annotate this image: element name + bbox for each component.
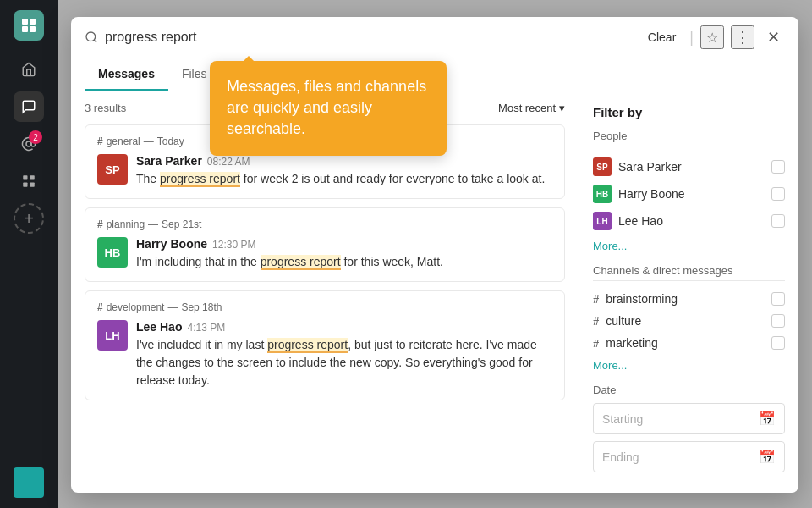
msg-author-1: Sara Parker — [136, 154, 202, 168]
search-input[interactable] — [105, 30, 634, 45]
channel-date-3: Sep 18th — [181, 301, 222, 313]
filter-channel-2[interactable]: # culture — [593, 310, 785, 332]
msg-content-2: Harry Boone 12:30 PM I'm including that … — [136, 237, 443, 271]
msg-author-line-1: Sara Parker 08:22 AM — [136, 154, 545, 168]
sidebar-add-button[interactable]: + — [14, 203, 44, 234]
card-message-3: LH Lee Hao 4:13 PM I've included it in m… — [97, 320, 552, 389]
filter-avatar-2: HB — [593, 185, 612, 203]
sidebar-item-home[interactable] — [14, 54, 44, 85]
msg-highlight-3: progress report — [267, 338, 348, 353]
filter-person-2-name: Harry Boone — [618, 187, 685, 201]
channel-date-separator-2: — — [148, 218, 158, 230]
filter-channel-1[interactable]: # brainstorming — [593, 288, 785, 310]
svg-rect-6 — [30, 175, 35, 179]
hash-icon-2: # — [97, 218, 103, 230]
svg-rect-5 — [23, 175, 27, 179]
msg-author-line-2: Harry Boone 12:30 PM — [136, 237, 443, 251]
msg-author-line-3: Lee Hao 4:13 PM — [136, 320, 552, 334]
channel-date-1: Today — [157, 135, 184, 147]
filter-checkbox-person-1[interactable] — [771, 160, 785, 174]
channels-more-link[interactable]: More... — [593, 359, 785, 372]
date-starting-input[interactable]: Starting 📅 — [593, 403, 785, 434]
notification-badge: 2 — [29, 130, 42, 144]
channel-name-1: general — [107, 135, 140, 147]
filter-title: Filter by — [593, 105, 785, 119]
clear-button[interactable]: Clear — [641, 27, 683, 47]
avatar-1: SP — [97, 154, 128, 185]
filter-person-3-left: LH Lee Hao — [593, 212, 663, 230]
svg-rect-3 — [30, 26, 36, 32]
filter-channels-label: Channels & direct messages — [593, 264, 785, 281]
channel-date-separator-3: — — [167, 301, 178, 313]
filter-checkbox-person-3[interactable] — [771, 214, 785, 228]
filter-channel-2-name: culture — [606, 314, 641, 328]
svg-rect-1 — [30, 19, 36, 25]
msg-time-1: 08:22 AM — [207, 156, 250, 168]
card-channel-line-3: # development — Sep 18th — [97, 301, 552, 313]
sidebar-item-messages[interactable] — [14, 91, 44, 122]
divider: | — [689, 29, 694, 47]
svg-rect-8 — [30, 183, 35, 187]
msg-highlight-1: progress report — [160, 172, 240, 187]
filter-people-label: People — [593, 130, 785, 146]
filter-person-1[interactable]: SP Sara Parker — [593, 153, 785, 180]
results-count: 3 results — [85, 102, 126, 114]
tooltip-text: Messages, files and channels are quickly… — [227, 78, 426, 137]
filter-hash-icon-3: # — [593, 337, 599, 350]
filter-channel-3[interactable]: # marketing — [593, 332, 785, 354]
filter-person-3[interactable]: LH Lee Hao — [593, 207, 785, 235]
filter-person-2[interactable]: HB Harry Boone — [593, 180, 785, 207]
msg-author-3: Lee Hao — [136, 320, 182, 334]
filter-checkbox-channel-2[interactable] — [771, 314, 785, 328]
svg-rect-0 — [22, 19, 28, 25]
sort-label: Most recent — [498, 102, 556, 114]
msg-time-3: 4:13 PM — [187, 322, 225, 334]
tooltip-bubble: Messages, files and channels are quickly… — [210, 61, 447, 156]
filter-channel-2-left: # culture — [593, 314, 641, 328]
msg-text-2: I'm including that in the progress repor… — [136, 253, 443, 271]
more-options-button[interactable]: ⋮ — [731, 25, 754, 49]
filter-checkbox-channel-3[interactable] — [771, 336, 785, 350]
avatar-3: LH — [97, 320, 128, 351]
channel-name-3: development — [107, 301, 165, 313]
card-message-2: HB Harry Boone 12:30 PM I'm including th… — [97, 237, 552, 271]
msg-after-2: for this week, Matt. — [341, 255, 443, 268]
sidebar: 2 + — [0, 0, 58, 508]
sidebar-teal-channel[interactable] — [14, 467, 44, 498]
date-ending-placeholder: Ending — [602, 450, 639, 464]
people-more-link[interactable]: More... — [593, 240, 785, 252]
result-card-3[interactable]: # development — Sep 18th LH Lee Hao 4:13… — [85, 290, 565, 400]
filter-channel-3-left: # marketing — [593, 336, 658, 350]
sidebar-item-mentions[interactable]: 2 — [14, 129, 44, 159]
channel-date-separator-1: — — [144, 135, 154, 147]
filter-person-3-name: Lee Hao — [618, 214, 663, 228]
filter-channel-1-left: # brainstorming — [593, 292, 678, 306]
filter-channel-1-name: brainstorming — [606, 292, 678, 306]
sidebar-item-grid[interactable] — [14, 166, 44, 196]
main-content: Messages, files and channels are quickly… — [58, 0, 812, 508]
calendar-end-icon: 📅 — [759, 449, 776, 465]
date-starting-placeholder: Starting — [602, 412, 643, 426]
filter-person-1-name: Sara Parker — [618, 160, 682, 174]
result-card-2[interactable]: # planning — Sep 21st HB Harry Boone 12:… — [85, 207, 565, 282]
filter-checkbox-channel-1[interactable] — [771, 292, 785, 306]
msg-author-2: Harry Boone — [136, 237, 207, 251]
svg-rect-7 — [23, 183, 27, 187]
msg-content-1: Sara Parker 08:22 AM The progress report… — [136, 154, 545, 188]
date-ending-input[interactable]: Ending 📅 — [593, 441, 785, 472]
sort-dropdown[interactable]: Most recent ▾ — [498, 102, 565, 114]
svg-line-10 — [94, 40, 96, 42]
msg-highlight-2: progress report — [261, 255, 341, 270]
channel-date-2: Sep 21st — [162, 218, 201, 230]
filter-avatar-3: LH — [593, 212, 612, 230]
filter-channel-3-name: marketing — [606, 336, 657, 350]
svg-point-9 — [86, 32, 96, 41]
msg-text-1: The progress report for week 2 is out an… — [136, 170, 545, 188]
star-button[interactable]: ☆ — [700, 25, 724, 49]
logo[interactable] — [14, 10, 44, 41]
msg-after-1: for week 2 is out and ready for everyone… — [240, 172, 545, 185]
hash-icon-1: # — [97, 135, 103, 147]
close-button[interactable]: ✕ — [761, 25, 785, 49]
tab-messages[interactable]: Messages — [85, 58, 168, 91]
filter-checkbox-person-2[interactable] — [771, 187, 785, 201]
